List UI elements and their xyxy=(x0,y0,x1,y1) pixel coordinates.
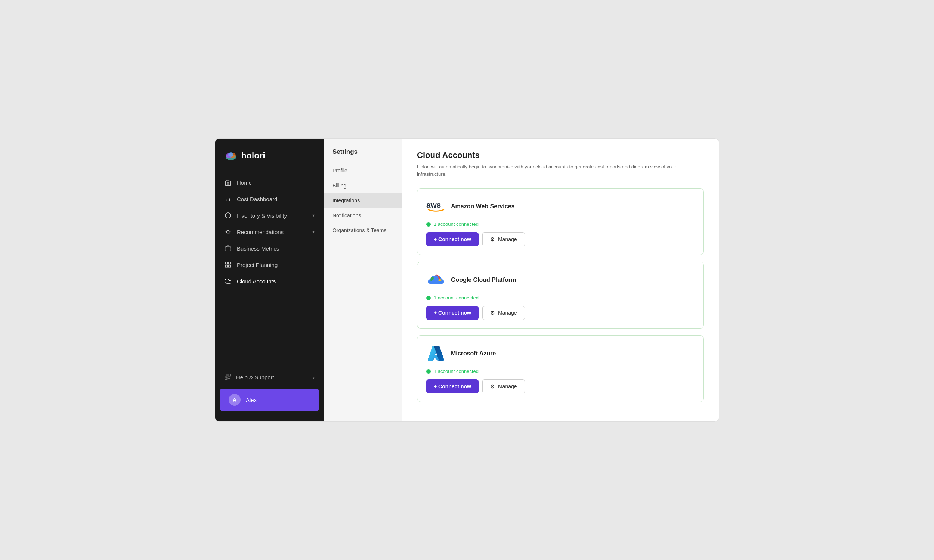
gear-icon: ⚙ xyxy=(490,236,495,242)
settings-item-notifications[interactable]: Notifications xyxy=(324,208,402,223)
azure-status: 1 account connected xyxy=(426,368,695,374)
aws-status: 1 account connected xyxy=(426,222,695,227)
sidebar: holori Home xyxy=(215,138,324,422)
gcp-name: Google Cloud Platform xyxy=(451,277,516,283)
gcp-connect-button[interactable]: + Connect now xyxy=(426,306,479,320)
help-icon xyxy=(224,373,231,381)
azure-manage-button[interactable]: ⚙ Manage xyxy=(482,379,525,394)
cloud-icon xyxy=(224,277,232,285)
svg-rect-16 xyxy=(229,262,231,264)
aws-card: aws Amazon Web Services 1 account connec… xyxy=(417,188,704,255)
aws-actions: + Connect now ⚙ Manage xyxy=(426,232,695,246)
sidebar-logo: holori xyxy=(215,138,324,171)
azure-logo xyxy=(426,344,446,363)
cube-icon xyxy=(224,212,232,219)
settings-item-billing[interactable]: Billing xyxy=(324,178,402,193)
sidebar-item-cloud-accounts[interactable]: Cloud Accounts xyxy=(215,273,324,289)
azure-card-header: Microsoft Azure xyxy=(426,344,695,363)
aws-card-header: aws Amazon Web Services xyxy=(426,197,695,216)
sidebar-item-recommendations[interactable]: Recommendations ▾ xyxy=(215,224,324,240)
aws-connect-button[interactable]: + Connect now xyxy=(426,232,479,246)
svg-rect-19 xyxy=(225,374,227,376)
recommendations-label: Recommendations xyxy=(237,229,284,235)
sidebar-item-cost-dashboard[interactable]: Cost Dashboard xyxy=(215,191,324,207)
gcp-manage-button[interactable]: ⚙ Manage xyxy=(482,306,525,320)
azure-name: Microsoft Azure xyxy=(451,350,496,357)
svg-rect-20 xyxy=(228,374,230,376)
holori-logo-icon xyxy=(224,149,237,162)
sidebar-item-business-metrics[interactable]: Business Metrics xyxy=(215,240,324,257)
aws-status-text: 1 account connected xyxy=(434,222,479,227)
azure-actions: + Connect now ⚙ Manage xyxy=(426,379,695,394)
gear-icon: ⚙ xyxy=(490,310,495,316)
page-subtitle: Holori will automatically begin to synch… xyxy=(417,163,678,178)
gcp-status-dot xyxy=(426,296,431,300)
user-profile-item[interactable]: A Alex xyxy=(220,389,319,411)
svg-rect-21 xyxy=(225,377,227,379)
svg-point-7 xyxy=(227,230,230,233)
avatar: A xyxy=(229,394,240,406)
svg-rect-15 xyxy=(225,262,227,264)
grid-icon xyxy=(224,261,232,268)
svg-rect-18 xyxy=(229,265,231,267)
chart-icon xyxy=(224,195,232,203)
help-support-label: Help & Support xyxy=(236,374,274,380)
aws-logo: aws xyxy=(426,197,446,216)
business-metrics-label: Business Metrics xyxy=(237,245,279,252)
aws-status-dot xyxy=(426,222,431,227)
gcp-status-text: 1 account connected xyxy=(434,295,479,300)
home-label: Home xyxy=(237,180,252,186)
home-icon xyxy=(224,179,232,186)
svg-rect-14 xyxy=(225,247,231,251)
svg-rect-17 xyxy=(225,265,227,267)
aws-manage-button[interactable]: ⚙ Manage xyxy=(482,232,525,246)
sidebar-bottom: Help & Support › A Alex xyxy=(215,363,324,422)
settings-panel: Settings Profile Billing Integrations No… xyxy=(324,138,402,422)
cost-dashboard-label: Cost Dashboard xyxy=(237,196,277,202)
project-planning-label: Project Planning xyxy=(237,262,277,268)
azure-status-dot xyxy=(426,369,431,374)
gcp-logo xyxy=(426,270,446,290)
help-chevron-right-icon: › xyxy=(313,374,314,380)
azure-card: Microsoft Azure 1 account connected + Co… xyxy=(417,335,704,402)
inventory-chevron: ▾ xyxy=(312,213,314,218)
svg-line-10 xyxy=(226,229,226,230)
settings-nav: Profile Billing Integrations Notificatio… xyxy=(324,163,402,238)
gear-icon: ⚙ xyxy=(490,383,495,389)
user-name: Alex xyxy=(246,397,257,403)
page-title: Cloud Accounts xyxy=(417,151,704,160)
recommendations-chevron: ▾ xyxy=(312,229,314,234)
gcp-actions: + Connect now ⚙ Manage xyxy=(426,306,695,320)
azure-status-text: 1 account connected xyxy=(434,368,479,374)
sidebar-navigation: Home Cost Dashboard xyxy=(215,171,324,363)
azure-connect-button[interactable]: + Connect now xyxy=(426,379,479,394)
app-name: holori xyxy=(241,151,265,160)
help-support-item[interactable]: Help & Support › xyxy=(215,369,324,386)
aws-name: Amazon Web Services xyxy=(451,203,515,210)
settings-item-integrations[interactable]: Integrations xyxy=(324,193,402,208)
settings-item-profile[interactable]: Profile xyxy=(324,163,402,178)
inventory-label: Inventory & Visibility xyxy=(237,212,287,219)
bulb-icon xyxy=(224,228,232,235)
gcp-status: 1 account connected xyxy=(426,295,695,300)
gcp-card: Google Cloud Platform 1 account connecte… xyxy=(417,262,704,329)
settings-item-organizations[interactable]: Organizations & Teams xyxy=(324,223,402,238)
svg-point-3 xyxy=(228,152,233,157)
sidebar-item-home[interactable]: Home xyxy=(215,174,324,191)
svg-line-11 xyxy=(230,234,230,234)
svg-text:aws: aws xyxy=(426,200,441,209)
cloud-accounts-label: Cloud Accounts xyxy=(237,278,276,285)
sidebar-item-project-planning[interactable]: Project Planning xyxy=(215,257,324,273)
briefcase-icon xyxy=(224,245,232,252)
app-container: holori Home xyxy=(215,138,719,422)
settings-title: Settings xyxy=(324,138,402,163)
gcp-card-header: Google Cloud Platform xyxy=(426,270,695,290)
main-content: Cloud Accounts Holori will automatically… xyxy=(402,138,719,422)
sidebar-item-inventory[interactable]: Inventory & Visibility ▾ xyxy=(215,207,324,224)
